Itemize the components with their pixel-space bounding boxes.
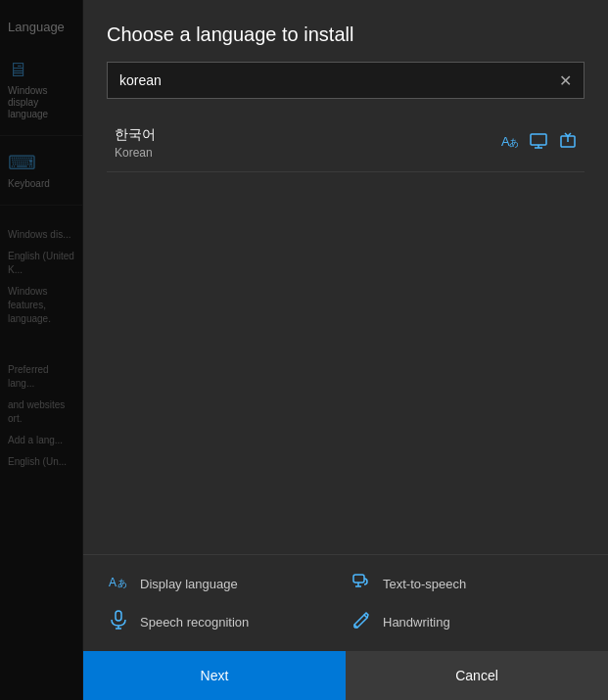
next-button[interactable]: Next: [83, 651, 346, 700]
modal-title: Choose a language to install: [83, 0, 608, 62]
korean-result-item[interactable]: 한국어 Korean A あ: [107, 115, 585, 172]
button-row: Next Cancel: [83, 651, 608, 700]
feature-handwriting: Handwriting: [350, 609, 585, 635]
font-icon: A あ: [500, 132, 518, 154]
display-language-label: Display language: [140, 577, 238, 591]
search-input[interactable]: [108, 63, 547, 98]
result-text: 한국어 Korean: [115, 126, 500, 160]
text-to-speech-label: Text-to-speech: [383, 577, 466, 591]
result-name-english: Korean: [115, 146, 500, 160]
svg-text:あ: あ: [117, 578, 127, 588]
feature-text-to-speech: Text-to-speech: [350, 571, 585, 597]
handwriting-label: Handwriting: [383, 615, 450, 630]
microphone-icon: [107, 609, 130, 635]
svg-rect-9: [353, 575, 364, 583]
speech-recognition-label: Speech recognition: [140, 615, 249, 630]
feature-speech-recognition: Speech recognition: [107, 609, 342, 635]
search-clear-button[interactable]: ✕: [547, 64, 584, 98]
export-icon: [559, 132, 577, 154]
svg-text:あ: あ: [509, 137, 518, 148]
svg-rect-2: [531, 134, 546, 145]
search-box[interactable]: ✕: [107, 62, 585, 99]
features-section: A あ Display language Text-to-speech: [83, 554, 608, 651]
svg-text:A: A: [109, 576, 117, 589]
pen-icon: [350, 609, 373, 635]
result-icons: A あ: [500, 132, 577, 154]
cancel-button[interactable]: Cancel: [346, 651, 608, 700]
svg-rect-12: [116, 611, 121, 621]
text-to-speech-icon: [350, 571, 373, 597]
display-language-icon: A あ: [107, 571, 130, 597]
results-area: 한국어 Korean A あ: [83, 115, 608, 554]
language-install-modal: Choose a language to install ✕ 한국어 Korea…: [83, 0, 608, 700]
result-name-korean: 한국어: [115, 126, 500, 144]
feature-display-language: A あ Display language: [107, 571, 342, 597]
display-icon: [530, 132, 547, 154]
